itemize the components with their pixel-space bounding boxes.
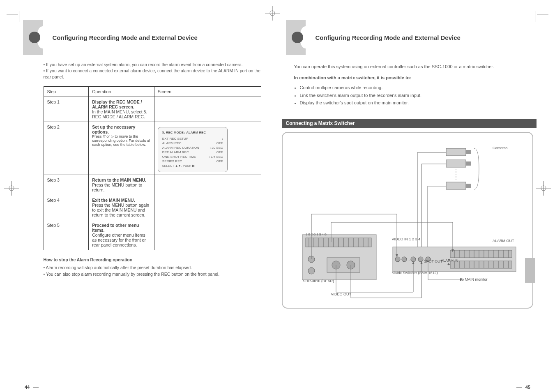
svg-rect-11 <box>446 148 466 156</box>
page-number-left: 44 <box>25 385 39 390</box>
svg-rect-13 <box>446 160 466 167</box>
table-row: Step 4 Exit the MAIN MENU. Press the MEN… <box>44 195 261 220</box>
right-section-header: Configuring Recording Mode and External … <box>286 20 537 55</box>
svg-point-41 <box>402 257 407 262</box>
table-row: Step 1 Display the REC MODE / ALARM REC … <box>44 97 261 122</box>
svg-rect-16 <box>446 182 466 189</box>
svg-point-44 <box>418 257 423 262</box>
tab-glyph <box>23 20 47 55</box>
svg-point-35 <box>308 267 315 274</box>
svg-point-10 <box>292 32 303 43</box>
op-body: Press the MENU button to return. <box>92 182 151 192</box>
possible-item: Control multiple cameras while recording… <box>300 84 537 91</box>
op-title: Proceed to other menu items. <box>92 223 151 233</box>
diagram-label-alarmin: ALARM IN <box>441 258 458 263</box>
diagram-label-videoout: VIDEO OUT <box>331 292 352 296</box>
op-body: Configure other menu items as necessary … <box>92 233 151 247</box>
page-number-right: 45 <box>516 385 530 390</box>
op-title: Return to the MAIN MENU. <box>92 178 151 182</box>
diagram-label-to-monitor: To MAIN monitor <box>460 277 488 281</box>
tab-glyph <box>286 20 310 55</box>
table-row: Step 3 Return to the MAIN MENU. Press th… <box>44 175 261 195</box>
camera-icon <box>446 182 471 189</box>
connection-diagram: 1 G 2 G 3 G 4 G … <box>282 132 533 309</box>
black-section-header: Connecting a Matrix Switcher <box>282 119 537 128</box>
op-title: Set up the necessary options. <box>92 125 151 134</box>
possible-title: In combination with a matrix switcher, i… <box>294 74 537 81</box>
op-body: In the MAIN MENU, select 5. REC MODE / A… <box>92 109 151 119</box>
op-title: Exit the MAIN MENU. <box>92 198 151 203</box>
svg-text:…: … <box>408 258 411 261</box>
diagram-label-video-in: VIDEO IN 1 2 3 4 <box>392 237 421 241</box>
svg-rect-14 <box>466 161 471 166</box>
right-section-title: Configuring Recording Mode and External … <box>315 34 461 41</box>
right-page: Configuring Recording Mode and External … <box>282 20 537 309</box>
camera-icon <box>446 148 471 156</box>
left-section-header: Configuring Recording Mode and External … <box>23 20 265 55</box>
svg-point-9 <box>29 32 40 43</box>
side-tab-connections <box>525 258 535 283</box>
after-table-title: How to stop the Alarm Recording operatio… <box>44 257 261 263</box>
svg-point-40 <box>395 257 400 262</box>
op-title: Display the REC MODE / ALARM REC screen. <box>92 99 151 109</box>
after-line-2: • You can also stop alarm recording manu… <box>44 271 261 278</box>
right-intro: You can operate this system using an ext… <box>294 63 537 106</box>
op-body: Press ▽ or ▷ to move to the correspondin… <box>92 134 151 147</box>
after-table-note: How to stop the Alarm Recording operatio… <box>44 257 261 278</box>
svg-point-43 <box>411 257 416 262</box>
left-note-1: • If you have set up an external system … <box>44 62 265 68</box>
svg-rect-17 <box>466 184 471 188</box>
osd-bottom: SELECT ▲▼, PUSH ▶ <box>162 164 223 168</box>
diagram-label-spotout: SPOT OUT <box>424 259 443 263</box>
table-row: Step 5 Proceed to other menu items. Conf… <box>44 220 261 250</box>
svg-text:1 G 2 G 3 G 4 G: 1 G 2 G 3 G 4 G <box>306 233 327 236</box>
left-section-title: Configuring Recording Mode and External … <box>53 34 198 41</box>
th-screen: Screen <box>154 86 261 97</box>
diagram-label-alarmout: ALARM OUT <box>493 239 514 243</box>
possible-item: Link the switcher's alarm output to the … <box>300 92 537 99</box>
op-body: Press the MENU button again to exit the … <box>92 203 151 217</box>
intro-line-1: You can operate this system using an ext… <box>294 63 537 70</box>
left-page: Configuring Recording Mode and External … <box>11 20 265 309</box>
camera-icon <box>446 160 471 167</box>
th-step: Step <box>44 86 89 97</box>
svg-rect-12 <box>466 150 471 154</box>
diagram-label-matrix: Matrix Switcher (SMV-1612) <box>392 271 438 275</box>
diagram-label-cameras: Cameras <box>493 146 508 150</box>
th-op: Operation <box>89 86 154 97</box>
osd-title: 5. REC MODE / ALARM REC <box>162 131 223 134</box>
osd-mock: 5. REC MODE / ALARM REC EXT REC SETUP: A… <box>158 127 228 172</box>
procedure-table: Step Operation Screen Step 1 Display the… <box>44 86 261 250</box>
diagram-label-rear: SHR-3010 (REAR) <box>303 279 334 283</box>
table-row: Step 2 Set up the necessary options. Pre… <box>44 122 261 175</box>
possible-item: Display the switcher's spot output on th… <box>300 99 537 106</box>
after-line-1: • Alarm recording will stop automaticall… <box>44 265 261 271</box>
left-note-2: • If you want to connect a connected ext… <box>44 68 265 80</box>
left-note: • If you have set up an external system … <box>44 62 265 81</box>
